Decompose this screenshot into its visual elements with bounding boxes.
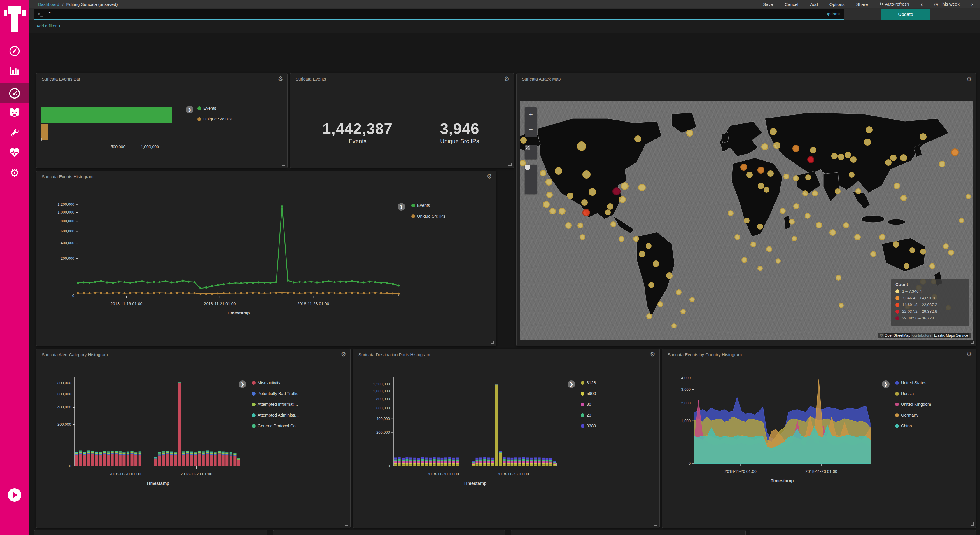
- map-marker[interactable]: [810, 147, 816, 153]
- map-marker[interactable]: [646, 243, 652, 249]
- update-button[interactable]: Update: [881, 9, 931, 20]
- map-marker[interactable]: [558, 208, 566, 215]
- elastic-maps-service-link[interactable]: Elastic Maps Service: [933, 333, 969, 338]
- zoom-in-button[interactable]: +: [525, 107, 537, 122]
- map-marker[interactable]: [689, 297, 695, 302]
- legend-expand-button[interactable]: ❯: [239, 381, 246, 388]
- world-map[interactable]: + −: [520, 101, 973, 340]
- map-marker[interactable]: [607, 203, 613, 210]
- map-marker[interactable]: [758, 183, 764, 189]
- legend-item[interactable]: Misc activity: [252, 381, 280, 385]
- sidebar-item-dashboard[interactable]: [0, 83, 29, 103]
- map-marker[interactable]: [843, 222, 849, 228]
- map-marker[interactable]: [929, 263, 935, 269]
- legend-item[interactable]: Unique Src IPs: [197, 117, 232, 121]
- map-marker[interactable]: [764, 187, 769, 193]
- sidebar-item-discover[interactable]: [0, 41, 29, 61]
- map-marker[interactable]: [864, 139, 871, 146]
- map-marker[interactable]: [900, 195, 907, 201]
- map-marker[interactable]: [838, 303, 844, 308]
- add-button[interactable]: Add: [810, 2, 818, 7]
- legend-item[interactable]: 80: [581, 402, 591, 407]
- map-marker[interactable]: [939, 161, 945, 167]
- map-marker[interactable]: [549, 208, 556, 214]
- breadcrumb-dashboard-link[interactable]: Dashboard: [38, 2, 59, 7]
- time-next-button[interactable]: ›: [971, 1, 973, 7]
- map-marker[interactable]: [766, 246, 772, 252]
- map-marker[interactable]: [812, 191, 818, 196]
- map-marker[interactable]: [639, 251, 646, 257]
- map-marker[interactable]: [565, 222, 572, 229]
- legend-item[interactable]: Germany: [895, 413, 918, 417]
- map-marker[interactable]: [579, 234, 585, 240]
- map-marker[interactable]: [605, 209, 611, 215]
- panel-title[interactable]: Suricata Events: [296, 76, 326, 81]
- resize-handle[interactable]: [970, 522, 974, 525]
- legend-item[interactable]: Generic Protocol Co...: [252, 424, 299, 428]
- map-marker[interactable]: [746, 172, 753, 178]
- map-marker[interactable]: [805, 213, 811, 219]
- save-button[interactable]: Save: [763, 2, 773, 7]
- map-marker[interactable]: [920, 133, 927, 140]
- map-marker[interactable]: [728, 210, 733, 216]
- map-marker[interactable]: [540, 170, 546, 177]
- map-marker[interactable]: [761, 143, 768, 150]
- auto-refresh-button[interactable]: ↻Auto-refresh: [880, 2, 909, 7]
- telekom-logo[interactable]: [3, 6, 25, 32]
- map-marker[interactable]: [780, 208, 786, 214]
- map-marker[interactable]: [577, 142, 586, 151]
- map-marker[interactable]: [734, 234, 740, 240]
- map-marker[interactable]: [948, 250, 954, 256]
- map-marker[interactable]: [792, 236, 797, 241]
- map-marker[interactable]: [838, 154, 845, 160]
- sidebar-item-devtools[interactable]: [0, 123, 29, 143]
- map-marker[interactable]: [835, 188, 841, 194]
- map-marker[interactable]: [849, 172, 854, 178]
- panel-gear-icon[interactable]: ⚙: [504, 76, 509, 82]
- map-marker[interactable]: [870, 251, 876, 257]
- add-filter-link[interactable]: Add a filter+: [37, 24, 61, 28]
- legend-expand-button[interactable]: ❯: [882, 381, 889, 388]
- map-marker[interactable]: [671, 323, 677, 328]
- map-marker[interactable]: [845, 152, 851, 158]
- map-marker[interactable]: [943, 243, 949, 249]
- map-marker[interactable]: [582, 209, 590, 217]
- map-marker[interactable]: [920, 249, 926, 255]
- map-marker[interactable]: [741, 257, 747, 263]
- map-marker[interactable]: [793, 203, 799, 209]
- map-marker[interactable]: [854, 234, 861, 240]
- legend-item[interactable]: Russia: [895, 391, 914, 396]
- map-marker[interactable]: [802, 191, 808, 196]
- map-marker[interactable]: [520, 137, 527, 143]
- options-button[interactable]: Options: [829, 2, 845, 7]
- map-marker[interactable]: [676, 289, 682, 295]
- resize-handle[interactable]: [282, 163, 285, 166]
- resize-handle[interactable]: [654, 522, 657, 525]
- map-marker[interactable]: [890, 154, 897, 161]
- legend-item[interactable]: Events: [197, 106, 216, 111]
- map-marker[interactable]: [653, 261, 659, 267]
- search-input[interactable]: >_ * Options: [33, 9, 845, 20]
- sidebar-item-visualize[interactable]: [0, 61, 29, 81]
- map-marker[interactable]: [879, 234, 886, 240]
- map-marker[interactable]: [740, 164, 747, 170]
- query-options-link[interactable]: Options: [824, 11, 840, 16]
- map-marker[interactable]: [567, 193, 573, 199]
- openstreetmap-link[interactable]: OpenStreetMap: [884, 333, 911, 338]
- legend-item[interactable]: China: [895, 424, 912, 428]
- map-marker[interactable]: [789, 219, 795, 225]
- map-marker[interactable]: [589, 188, 596, 196]
- map-marker[interactable]: [619, 236, 624, 242]
- resize-handle[interactable]: [508, 163, 512, 166]
- sidebar-item-beats[interactable]: [0, 103, 29, 122]
- map-marker[interactable]: [805, 174, 811, 180]
- legend-item[interactable]: 3389: [581, 424, 596, 428]
- map-marker[interactable]: [966, 194, 971, 199]
- legend-item[interactable]: 23: [581, 413, 591, 417]
- map-marker[interactable]: [638, 184, 646, 191]
- map-marker[interactable]: [959, 218, 964, 223]
- map-marker[interactable]: [807, 156, 815, 163]
- map-marker[interactable]: [900, 154, 907, 161]
- resize-handle[interactable]: [970, 341, 974, 344]
- draw-rectangle-button[interactable]: [525, 179, 537, 194]
